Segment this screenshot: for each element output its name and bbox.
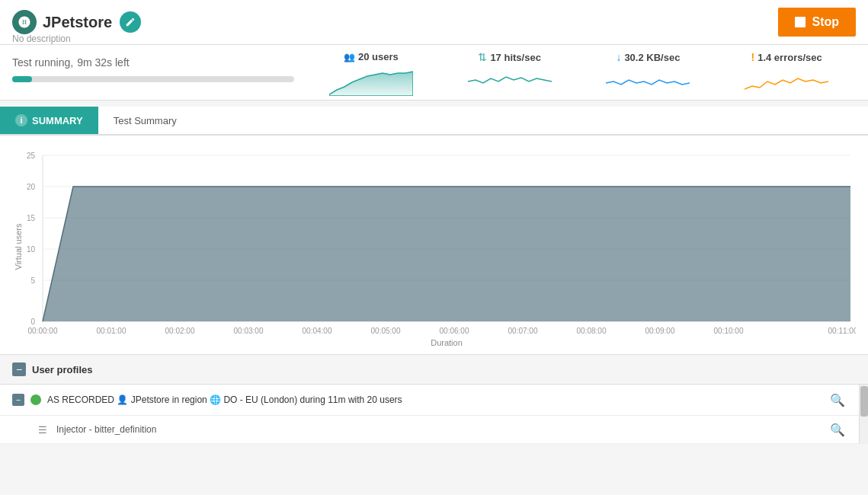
- errors-icon: !: [751, 51, 755, 63]
- profiles-header-label: User profiles: [32, 364, 92, 375]
- profiles-header: − User profiles: [0, 355, 868, 385]
- header: JPetstore No description Stop: [0, 0, 868, 45]
- svg-text:15: 15: [27, 214, 36, 222]
- svg-text:00:04:00: 00:04:00: [303, 327, 332, 335]
- metric-users: 👥 20 users: [302, 51, 440, 97]
- metric-errors: ! 1.4 errors/sec: [717, 51, 856, 97]
- injector-row: ☰ Injector - bitter_definition 🔍: [0, 416, 859, 444]
- globe-icon: 🌐: [210, 394, 223, 405]
- svg-text:00:03:00: 00:03:00: [234, 327, 264, 335]
- profile-row: − AS RECORDED 👤 JPetstore in region 🌐 DO…: [0, 385, 859, 416]
- svg-text:00:08:00: 00:08:00: [577, 327, 607, 335]
- status-bar: Test running, 9m 32s left 👥 20 users: [0, 45, 868, 101]
- no-description: No description: [12, 34, 71, 44]
- tab-test-summary[interactable]: Test Summary: [98, 107, 192, 134]
- bandwidth-value: 30.2 KB/sec: [624, 52, 680, 63]
- svg-text:20: 20: [27, 183, 36, 191]
- svg-text:00:09:00: 00:09:00: [645, 327, 675, 335]
- svg-text:0: 0: [30, 318, 35, 326]
- metric-bandwidth: ↓ 30.2 KB/sec: [579, 51, 718, 97]
- stop-icon: [795, 17, 806, 27]
- profile-description: AS RECORDED 👤 JPetstore in region 🌐 DO -…: [47, 394, 822, 405]
- virtual-users-chart: Virtual users 25 20 15 10 5 0 00:00:00 0…: [12, 148, 856, 346]
- bandwidth-chart: [606, 66, 690, 97]
- profile-status-dot: [30, 394, 41, 405]
- stop-label: Stop: [812, 15, 839, 29]
- svg-text:10: 10: [27, 245, 36, 254]
- svg-text:00:01:00: 00:01:00: [97, 327, 127, 335]
- errors-value: 1.4 errors/sec: [757, 52, 822, 63]
- svg-text:Virtual users: Virtual users: [14, 223, 23, 270]
- collapse-profile-button[interactable]: −: [12, 394, 24, 406]
- users-chart: [329, 65, 413, 96]
- profile-search-button[interactable]: 🔍: [828, 391, 847, 409]
- svg-text:25: 25: [27, 152, 36, 160]
- hits-value: 17 hits/sec: [490, 52, 541, 63]
- edit-button[interactable]: [120, 11, 141, 33]
- svg-text:00:00:00: 00:00:00: [28, 327, 58, 335]
- tab-summary-label: SUMMARY: [32, 115, 83, 126]
- progress-bar: [12, 76, 294, 82]
- hits-chart: [468, 66, 552, 97]
- profile-users-icon: 👤: [117, 394, 130, 405]
- scrollbar-track[interactable]: [859, 385, 868, 444]
- tab-test-summary-label: Test Summary: [114, 115, 177, 126]
- tab-summary[interactable]: i SUMMARY: [0, 107, 98, 134]
- info-icon: i: [15, 114, 27, 126]
- users-value: 20 users: [358, 51, 399, 62]
- stop-button[interactable]: Stop: [778, 8, 856, 37]
- users-icon: 👥: [344, 52, 355, 62]
- hits-icon: ⇅: [478, 51, 487, 63]
- scrollbar-thumb[interactable]: [860, 386, 868, 417]
- profiles-section: − User profiles − AS RECORDED 👤 JPetstor…: [0, 354, 868, 444]
- injector-label: Injector - bitter_definition: [56, 424, 822, 435]
- collapse-profiles-button[interactable]: −: [12, 362, 26, 376]
- svg-text:00:10:00: 00:10:00: [714, 327, 744, 335]
- bandwidth-icon: ↓: [616, 51, 621, 63]
- injector-icon: ☰: [38, 424, 47, 436]
- progress-fill: [12, 76, 32, 82]
- chart-container: Virtual users 25 20 15 10 5 0 00:00:00 0…: [0, 136, 868, 354]
- svg-text:00:02:00: 00:02:00: [165, 327, 195, 335]
- metrics-row: 👥 20 users ⇅ 17 hits/sec: [302, 51, 856, 97]
- app-title: JPetstore: [43, 14, 112, 31]
- svg-text:00:11:00: 00:11:00: [828, 327, 856, 335]
- svg-text:00:07:00: 00:07:00: [508, 327, 538, 335]
- tabs: i SUMMARY Test Summary: [0, 107, 868, 136]
- test-status: Test running, 9m 32s left: [12, 54, 302, 70]
- svg-text:00:06:00: 00:06:00: [440, 327, 469, 335]
- svg-text:Duration: Duration: [431, 338, 463, 346]
- errors-chart: [745, 66, 828, 97]
- metric-hits: ⇅ 17 hits/sec: [440, 51, 579, 97]
- svg-text:5: 5: [30, 276, 35, 285]
- injector-search-button[interactable]: 🔍: [828, 420, 847, 439]
- logo-icon: [12, 10, 37, 34]
- svg-text:00:05:00: 00:05:00: [371, 327, 401, 335]
- profile-status: AS RECORDED: [47, 394, 114, 405]
